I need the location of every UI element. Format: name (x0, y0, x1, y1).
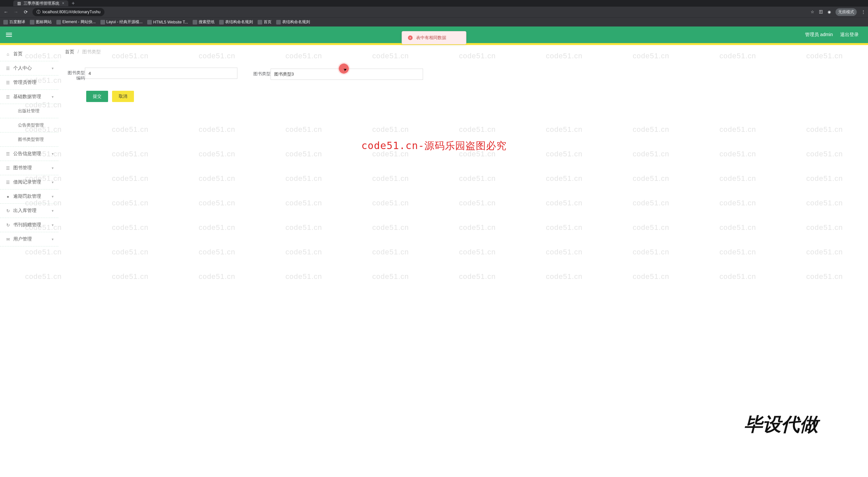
field-label-code: 图书类型编码 (65, 68, 85, 81)
sidebar-icon: ☰ (5, 166, 10, 171)
sidebar-item[interactable]: ☰图书管理▾ (0, 161, 58, 175)
star-icon[interactable]: ☆ (811, 10, 814, 14)
chevron-down-icon: ▾ (52, 195, 54, 199)
bookmark-item[interactable]: 表结构命名规则 (276, 19, 310, 25)
url-input[interactable]: ⓘ localhost:8081/#/dictionaryTushu (32, 8, 104, 16)
incognito-badge: 无痕模式 (836, 8, 857, 16)
bookmarks-bar: 百度翻译 图标网站 Element - 网站快... Layui - 经典开源模… (0, 17, 868, 27)
bookmark-item[interactable]: 搜索壁纸 (193, 19, 215, 25)
bookmark-label: 表结构命名规则 (282, 19, 310, 25)
sidebar-label: 出入库管理 (13, 208, 52, 214)
sidebar-icon: ☰ (5, 66, 10, 71)
bookmark-item[interactable]: 首页 (258, 19, 272, 25)
bookmark-icon (147, 20, 152, 25)
sidebar-label: 借阅记录管理 (13, 179, 52, 185)
key-icon[interactable]: ⚿ (819, 10, 823, 14)
bookmark-item[interactable]: 表结构命名规则 (219, 19, 253, 25)
sidebar-label: 图书类型管理 (18, 136, 54, 142)
sidebar-item[interactable]: ☰管理员管理 (0, 75, 58, 90)
sidebar-label: 公告信息管理 (13, 151, 52, 157)
bookmark-label: 搜索壁纸 (198, 19, 215, 25)
sidebar-item[interactable]: ●逾期罚款管理▾ (0, 190, 58, 204)
sidebar-label: 个人中心 (13, 65, 52, 71)
reload-button[interactable]: ⟳ (23, 9, 29, 14)
menu-icon[interactable]: ⋮ (861, 10, 865, 14)
bookmark-item[interactable]: Element - 网站快... (56, 19, 96, 25)
sidebar-icon: ☰ (5, 151, 10, 156)
bookmark-item[interactable]: HTML5 Website T... (147, 20, 188, 25)
sidebar-item[interactable]: ☰个人中心▾ (0, 61, 58, 75)
error-icon: × (408, 35, 413, 40)
field-label-type: 图书类型 (251, 69, 271, 76)
sidebar-label: 出版社管理 (18, 108, 54, 114)
sidebar-icon: ● (5, 194, 10, 199)
breadcrumb-home[interactable]: 首页 (65, 49, 74, 54)
sidebar-icon: ☰ (5, 94, 10, 99)
breadcrumb: 首页 / 图书类型 (65, 49, 860, 55)
sidebar-label: 书刊捐赠管理 (13, 222, 52, 228)
menu-toggle-icon[interactable] (6, 34, 12, 35)
forward-button[interactable]: → (12, 9, 19, 14)
sidebar-icon: ✉ (5, 237, 10, 242)
bookmark-item[interactable]: 百度翻译 (3, 19, 25, 25)
sidebar-item[interactable]: 公告类型管理 (0, 118, 58, 133)
sidebar-icon: ↻ (5, 223, 10, 228)
chevron-down-icon: ▾ (52, 237, 54, 241)
sidebar-item[interactable]: ☰基础数据管理▾ (0, 90, 58, 104)
sidebar-label: 公告类型管理 (18, 122, 54, 128)
bookmark-label: HTML5 Website T... (153, 20, 188, 25)
sidebar-icon: ☰ (5, 180, 10, 185)
breadcrumb-sep: / (78, 49, 79, 54)
bookmark-icon (219, 20, 224, 25)
chevron-down-icon: ▾ (52, 223, 54, 227)
chevron-down-icon: ▾ (52, 95, 54, 99)
logout-link[interactable]: 退出登录 (840, 32, 859, 38)
browser-tab[interactable]: ▥ 三季序图书管理系统 × (13, 0, 68, 6)
bookmark-icon (193, 20, 197, 25)
sidebar-item[interactable]: ↻出入库管理▾ (0, 204, 58, 218)
back-button[interactable]: ← (3, 9, 9, 14)
browser-tab-strip: ▥ 三季序图书管理系统 × + (0, 0, 868, 7)
toast-message: 表中有相同数据 (416, 35, 446, 41)
sidebar-label: 逾期罚款管理 (13, 194, 52, 199)
sidebar-icon: ☰ (5, 80, 10, 85)
sidebar-item[interactable]: 图书类型管理 (0, 133, 58, 147)
sidebar-item[interactable]: ✉用户管理▾ (0, 232, 58, 246)
sidebar-item[interactable]: ↻书刊捐赠管理▾ (0, 218, 58, 232)
book-type-name-input[interactable] (271, 69, 423, 80)
incognito-avatar-icon[interactable]: ◉ (828, 10, 831, 14)
close-icon[interactable]: × (62, 1, 64, 6)
book-type-code-input[interactable] (85, 68, 238, 79)
bookmark-icon (276, 20, 281, 25)
sidebar-item[interactable]: ☰借阅记录管理▾ (0, 175, 58, 190)
sidebar-item[interactable]: 出版社管理 (0, 104, 58, 118)
bookmark-item[interactable]: 图标网站 (30, 19, 52, 25)
bookmark-label: 首页 (264, 19, 272, 25)
submit-button[interactable]: 提交 (86, 91, 108, 102)
address-bar: ← → ⟳ ⓘ localhost:8081/#/dictionaryTushu… (0, 7, 868, 17)
sidebar-icon: ↻ (5, 208, 10, 213)
new-tab-button[interactable]: + (72, 0, 74, 6)
bookmark-item[interactable]: Layui - 经典开源模... (100, 19, 143, 25)
bookmark-icon (3, 20, 8, 25)
sidebar-label: 基础数据管理 (13, 94, 52, 100)
breadcrumb-current: 图书类型 (82, 49, 101, 54)
chevron-down-icon: ▾ (52, 166, 54, 170)
form-card: 图书类型编码 图书类型 提交 取消 (65, 62, 860, 110)
bookmark-label: Element - 网站快... (62, 19, 96, 25)
sidebar: ⌂首页☰个人中心▾☰管理员管理☰基础数据管理▾出版社管理公告类型管理图书类型管理… (0, 45, 58, 477)
tab-title: 三季序图书管理系统 (24, 1, 59, 6)
cancel-button[interactable]: 取消 (112, 91, 134, 102)
sidebar-label: 用户管理 (13, 236, 52, 242)
bookmark-icon (30, 20, 34, 25)
sidebar-icon: ⌂ (5, 52, 10, 57)
sidebar-item[interactable]: ⌂首页 (0, 47, 58, 61)
bookmark-label: 表结构命名规则 (225, 19, 253, 25)
chevron-down-icon: ▾ (52, 152, 54, 156)
admin-label[interactable]: 管理员 admin (805, 32, 833, 38)
bookmark-label: 百度翻译 (9, 19, 25, 25)
sidebar-item[interactable]: ☰公告信息管理▾ (0, 147, 58, 161)
bookmark-icon (258, 20, 262, 25)
chevron-down-icon: ▾ (52, 66, 54, 71)
bookmark-icon (56, 20, 61, 25)
